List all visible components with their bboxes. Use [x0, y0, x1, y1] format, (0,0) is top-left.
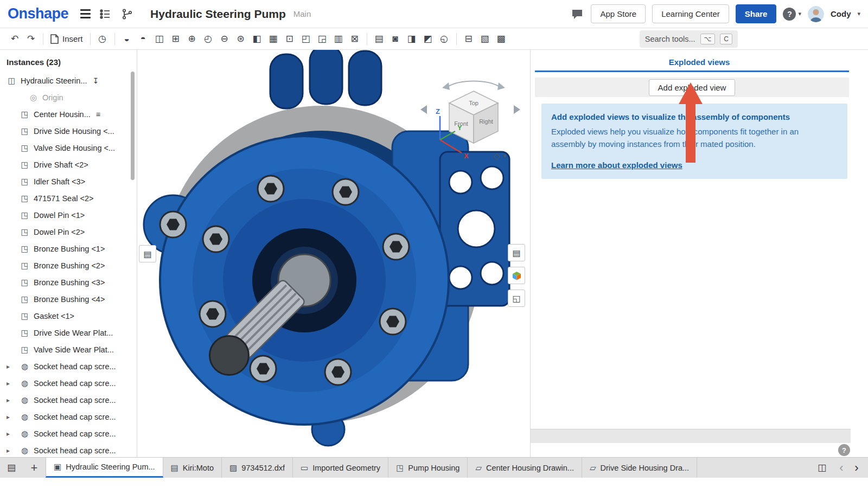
linear-pattern-button[interactable]: ▦: [265, 31, 282, 47]
panels-button[interactable]: ◫: [810, 462, 833, 473]
redo-button[interactable]: ↷: [23, 31, 39, 47]
box-select-button[interactable]: ⊡: [282, 31, 298, 47]
snap-mode-button[interactable]: ⊖: [216, 31, 233, 47]
rotate-part-button[interactable]: ◴: [200, 31, 216, 47]
instance-row[interactable]: ▸ ◳ Drive Side Housing <...: [0, 123, 137, 139]
instance-row[interactable]: ▸ ◳ Drive Side Wear Plat...: [0, 324, 137, 341]
instance-row[interactable]: ▸ ◍ Socket head cap scre...: [0, 391, 137, 408]
dimension-button[interactable]: ⊟: [461, 31, 477, 47]
custom-tables-panel-button[interactable]: ◱: [508, 290, 525, 307]
cube-face-top-label[interactable]: Top: [469, 100, 478, 106]
named-positions-button[interactable]: ▤: [371, 31, 387, 47]
learn-more-link[interactable]: Learn more about exploded views: [551, 160, 682, 170]
cube-faces[interactable]: Top Front Right: [449, 91, 498, 143]
scrollbar-thumb[interactable]: [131, 72, 135, 180]
appearance-button[interactable]: ◩: [420, 31, 436, 47]
instance-row[interactable]: ▸ ◳ Valve Side Housing <...: [0, 139, 137, 156]
document-tab[interactable]: ▭ Imported Geometry: [293, 458, 388, 478]
previous-tabs-button[interactable]: ‹: [834, 461, 848, 475]
instance-row[interactable]: ▸ ◳ Bronze Bushing <3>: [0, 274, 137, 291]
interference-button[interactable]: ⊠: [347, 31, 363, 47]
expand-chevron-icon[interactable]: ▸: [7, 413, 10, 421]
expand-chevron-icon[interactable]: ▸: [7, 363, 10, 370]
insert-feature-button[interactable]: ◰: [298, 31, 314, 47]
configurations-button[interactable]: ◙: [387, 31, 404, 47]
document-tab[interactable]: ◳ Pump Housing: [388, 458, 468, 478]
document-tab[interactable]: ▤ Kiri:Moto: [163, 458, 222, 478]
note-button[interactable]: ▧: [477, 31, 493, 47]
view-cube[interactable]: Top Front Right Z Y X: [419, 70, 528, 168]
expand-chevron-icon[interactable]: ▸: [7, 447, 10, 454]
history-button[interactable]: ◷: [94, 31, 111, 47]
avatar[interactable]: [808, 6, 824, 22]
workspace-label[interactable]: Main: [293, 9, 311, 18]
instance-row[interactable]: ▸ ◳ Dowel Pin <2>: [0, 223, 137, 240]
features-list-toggle-button[interactable]: ▤: [139, 245, 156, 262]
instance-row[interactable]: ▸ ◍ Socket head cap scre...: [0, 358, 137, 375]
instance-row[interactable]: ▸ ◳ Bronze Bushing <1>: [0, 240, 137, 257]
help-menu[interactable]: ? ▾: [783, 8, 801, 21]
rotate-left-arrow[interactable]: [420, 105, 427, 114]
learning-center-button[interactable]: Learning Center: [652, 4, 729, 23]
mate-button[interactable]: ◒: [119, 31, 135, 47]
document-tab[interactable]: ▱ Drive Side Housing Dra...: [582, 458, 697, 478]
document-tab[interactable]: ▣ Hydraulic Steering Pum...: [46, 458, 163, 478]
help-icon[interactable]: ?: [783, 8, 796, 21]
instance-row[interactable]: ▸ ◍ Socket head cap scre...: [0, 442, 137, 457]
display-states-button[interactable]: ◨: [404, 31, 420, 47]
instance-row[interactable]: ▸ ◍ Socket head cap scre...: [0, 408, 137, 425]
main-menu-icon[interactable]: [80, 9, 91, 18]
expand-chevron-icon[interactable]: ▸: [7, 380, 10, 387]
document-tab[interactable]: ▨ 9734512.dxf: [222, 458, 293, 478]
slider-mate-button[interactable]: ◫: [151, 31, 168, 47]
search-tools-field[interactable]: Search tools... ⌥ C: [640, 30, 738, 48]
graphics-area[interactable]: Top Front Right Z Y X ◇ ▾ ▤ ▤ ◱: [137, 50, 530, 457]
instance-row[interactable]: ▸ ◳ 471571 Seal <2>: [0, 190, 137, 207]
instance-row[interactable]: ▸ ◳ Idler Shaft <3>: [0, 173, 137, 190]
view-orientation-dropdown[interactable]: ◇ ▾: [489, 149, 510, 163]
panel-footer-bar[interactable]: [531, 429, 851, 443]
undo-button[interactable]: ↶: [7, 31, 23, 47]
help-icon[interactable]: ?: [838, 444, 850, 456]
expand-chevron-icon[interactable]: ▸: [7, 430, 10, 438]
cube-face-right-label[interactable]: Right: [479, 118, 493, 125]
insert-button[interactable]: Insert: [47, 34, 86, 44]
versions-icon[interactable]: [98, 7, 112, 21]
mirror-button[interactable]: ◧: [249, 31, 265, 47]
create-tab-button[interactable]: +: [23, 458, 46, 478]
share-button[interactable]: Share: [736, 4, 777, 23]
sheet-table-button[interactable]: ▩: [493, 31, 509, 47]
appearance-panel-button[interactable]: [508, 267, 525, 284]
explode-line-button[interactable]: ⊛: [233, 31, 249, 47]
derived-button[interactable]: ◲: [314, 31, 330, 47]
next-tabs-button[interactable]: ›: [850, 461, 864, 475]
instance-row[interactable]: ▸ ◳ Bronze Bushing <4>: [0, 291, 137, 307]
instance-row[interactable]: ▸ ◫ Hydraulic Steerin... ↧: [0, 72, 137, 89]
instance-row[interactable]: ▸ ◍ Socket head cap scre...: [0, 375, 137, 391]
instance-row[interactable]: ▸ ◳ Dowel Pin <1>: [0, 207, 137, 223]
onshape-logo[interactable]: Onshape: [8, 5, 68, 22]
instance-row[interactable]: ▸ ◳ Valve Side Wear Plat...: [0, 341, 137, 358]
document-tab-label: Hydraulic Steering Pum...: [66, 463, 155, 471]
instance-row[interactable]: ▸ ◳ Drive Shaft <2>: [0, 156, 137, 173]
expand-chevron-icon[interactable]: ▸: [7, 396, 10, 404]
move-part-button[interactable]: ⊕: [184, 31, 200, 47]
rotate-right-arrow[interactable]: [514, 105, 520, 114]
instance-row[interactable]: ▸ ◳ Center Housin... ≡: [0, 106, 137, 123]
instance-row[interactable]: ▸ ◳ Bronze Bushing <2>: [0, 257, 137, 274]
planar-mate-button[interactable]: ⊞: [168, 31, 184, 47]
tab-manager-button[interactable]: ▤: [0, 458, 23, 478]
revolute-mate-button[interactable]: ◓: [135, 31, 151, 47]
measure-button[interactable]: ◵: [436, 31, 452, 47]
chat-icon[interactable]: [570, 7, 584, 21]
instance-row[interactable]: ▸ ◍ Socket head cap scre...: [0, 425, 137, 442]
instance-row[interactable]: ▸ ◳ Gasket <1>: [0, 307, 137, 324]
properties-panel-button[interactable]: ▤: [508, 244, 525, 261]
assembly-toolbar: ↶ ↷ Insert ◷ ◒ ◓ ◫ ⊞ ⊕ ◴ ⊖ ⊛ ◧ ▦ ⊡ ◰: [0, 28, 868, 50]
instance-row[interactable]: ▸ ◎ Origin: [0, 89, 137, 106]
app-store-button[interactable]: App Store: [591, 4, 646, 23]
document-tab[interactable]: ▱ Center Housing Drawin...: [468, 458, 582, 478]
bom-table-button[interactable]: ▥: [330, 31, 347, 47]
user-name-label[interactable]: Cody: [831, 9, 851, 18]
branch-icon[interactable]: [120, 7, 134, 21]
